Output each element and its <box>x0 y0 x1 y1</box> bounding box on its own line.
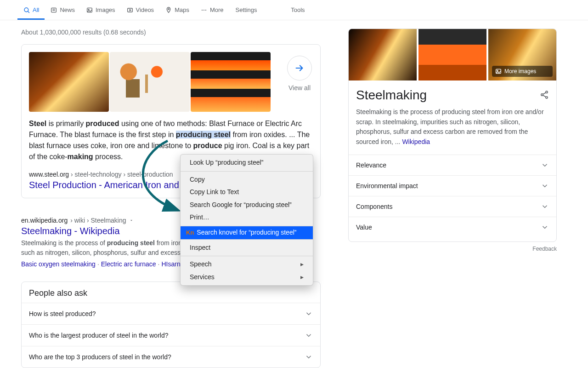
images-icon <box>86 6 93 14</box>
sublink[interactable]: Basic oxygen steelmaking <box>21 260 96 268</box>
submenu-arrow-icon: ▸ <box>300 260 304 269</box>
svg-point-0 <box>24 8 28 12</box>
snippet-bold: produced <box>86 120 119 127</box>
paa-question[interactable]: Who are the top 3 producers of steel in … <box>22 346 320 368</box>
kp-description: Steelmaking is the process of producing … <box>349 107 556 155</box>
svg-point-15 <box>546 91 548 93</box>
tab-maps[interactable]: Maps <box>159 0 195 20</box>
result-stats: About 1,030,000,000 results (0.68 second… <box>21 29 321 36</box>
videos-icon <box>126 6 134 14</box>
caret-down-icon[interactable] <box>129 218 134 223</box>
tab-all[interactable]: All <box>17 0 45 20</box>
svg-line-1 <box>28 11 29 12</box>
kp-section[interactable]: Environmental impact <box>349 175 556 196</box>
svg-point-9 <box>202 9 203 10</box>
ctx-lookup[interactable]: Look Up “producing steel” <box>181 156 313 169</box>
kp-section[interactable]: Components <box>349 196 556 217</box>
search-tabs: All News Images Videos Maps More Setting… <box>0 0 588 20</box>
tab-label: More <box>210 6 224 13</box>
svg-line-19 <box>543 95 546 97</box>
tab-images[interactable]: Images <box>80 0 121 20</box>
ctx-copy-link-to-text[interactable]: Copy Link to Text <box>181 186 313 199</box>
thumbnail[interactable] <box>191 52 271 112</box>
ctx-services[interactable]: Services▸ <box>181 271 313 284</box>
chevron-down-icon <box>305 310 313 318</box>
chevron-down-icon <box>541 202 549 211</box>
svg-line-18 <box>543 92 546 94</box>
highlighted-text[interactable]: producing steel <box>176 131 231 138</box>
kp-title: Steelmaking <box>356 88 427 103</box>
knowledge-panel: More images Steelmaking Steelmaking is t… <box>348 29 557 242</box>
ctx-copy[interactable]: Copy <box>181 173 313 186</box>
tab-label: Settings <box>236 6 257 13</box>
ctx-search-knovel[interactable]: KnSearch knovel for “producing steel” <box>181 226 313 239</box>
tab-more[interactable]: More <box>195 0 229 20</box>
snippet-bold: making <box>68 153 93 161</box>
snippet-bold: Steel <box>29 120 46 127</box>
kp-section[interactable]: Relevance <box>349 155 556 175</box>
more-icon <box>200 6 208 14</box>
kp-images: More images <box>349 29 556 80</box>
kp-image[interactable] <box>349 29 417 80</box>
snippet-bold: produce <box>193 142 222 150</box>
svg-point-16 <box>541 93 543 95</box>
tab-label: News <box>60 6 75 13</box>
ctx-search-google[interactable]: Search Google for “producing steel” <box>181 199 313 212</box>
paa-question[interactable]: Who is the largest producer of steel in … <box>22 324 320 346</box>
tab-label: All <box>33 6 39 13</box>
kp-source-link[interactable]: Wikipedia <box>402 138 430 145</box>
svg-point-17 <box>546 96 548 98</box>
more-images-button[interactable]: More images <box>492 66 553 77</box>
featured-thumbnails <box>29 52 313 112</box>
context-menu: Look Up “producing steel” Copy Copy Link… <box>180 154 313 286</box>
arrow-right-icon <box>287 56 312 80</box>
tab-label: Videos <box>136 6 154 13</box>
chevron-down-icon <box>541 223 549 231</box>
tab-label: Tools <box>291 6 305 13</box>
kp-section[interactable]: Value <box>349 217 556 242</box>
tab-label: Images <box>96 6 115 13</box>
paa-question[interactable]: How is steel produced? <box>22 303 320 324</box>
feedback-link[interactable]: Feedback <box>348 246 557 252</box>
tab-tools[interactable]: Tools <box>284 0 340 19</box>
tab-settings[interactable]: Settings <box>229 0 285 19</box>
maps-icon <box>165 6 172 14</box>
svg-point-11 <box>205 9 206 10</box>
sublink[interactable]: Electric arc furnace <box>101 260 156 268</box>
kp-image[interactable]: More images <box>488 29 556 80</box>
search-icon <box>23 6 30 14</box>
tab-news[interactable]: News <box>45 0 80 20</box>
svg-point-6 <box>88 9 89 10</box>
thumbnail[interactable] <box>29 52 109 112</box>
news-icon <box>50 6 57 14</box>
people-also-ask: People also ask How is steel produced? W… <box>21 282 321 368</box>
ctx-inspect[interactable]: Inspect <box>181 242 313 254</box>
view-all-label: View all <box>287 84 312 92</box>
svg-point-14 <box>497 70 498 71</box>
chevron-down-icon <box>305 353 313 361</box>
svg-point-10 <box>204 9 204 10</box>
view-all-images[interactable]: View all <box>287 56 312 92</box>
chevron-down-icon <box>541 182 549 190</box>
chevron-down-icon <box>305 331 313 339</box>
tab-videos[interactable]: Videos <box>121 0 160 20</box>
tab-label: Maps <box>175 6 189 13</box>
thumbnail[interactable] <box>110 52 190 112</box>
kp-image[interactable] <box>418 29 486 80</box>
svg-point-8 <box>168 8 170 10</box>
ctx-speech[interactable]: Speech▸ <box>181 258 313 271</box>
share-button[interactable] <box>540 90 549 101</box>
share-icon <box>540 90 549 99</box>
ctx-print[interactable]: Print… <box>181 211 313 224</box>
knovel-icon: Kn <box>186 229 194 236</box>
chevron-down-icon <box>541 161 549 169</box>
image-icon <box>495 68 502 75</box>
submenu-arrow-icon: ▸ <box>300 273 304 282</box>
